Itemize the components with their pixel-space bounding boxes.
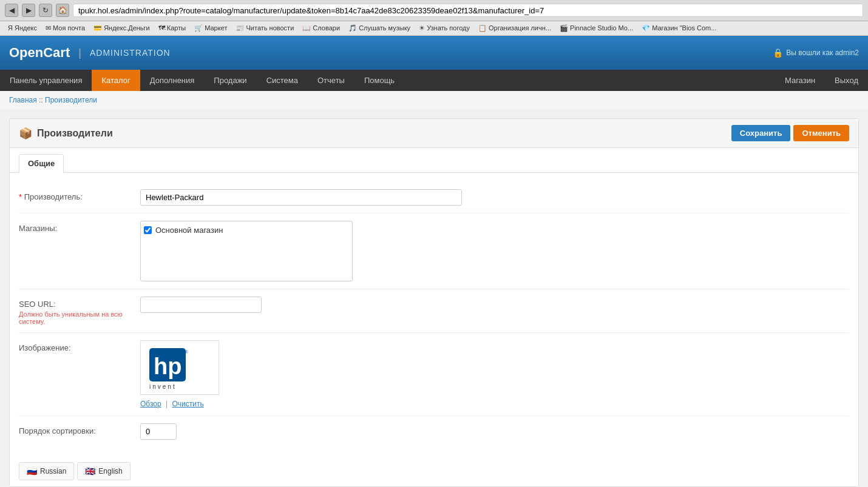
image-label: Изображение: xyxy=(19,340,140,352)
browser-chrome: ◀ ▶ ↻ 🏠 xyxy=(0,0,868,21)
app-logo: OpenCart | ADMINISTRATION xyxy=(9,45,171,61)
page-title: Производители xyxy=(37,128,113,139)
seo-row: SEO URL: Должно быть уникальным на всю с… xyxy=(19,289,849,333)
panel-title: 📦 Производители xyxy=(19,127,113,140)
sort-control xyxy=(140,423,849,440)
address-bar[interactable] xyxy=(73,4,863,17)
browse-button[interactable]: Обзор xyxy=(140,400,161,408)
english-flag: 🇬🇧 xyxy=(85,466,95,476)
back-button[interactable]: ◀ xyxy=(5,4,18,17)
store-item: Основной магазин xyxy=(144,224,349,236)
cancel-button[interactable]: Отменить xyxy=(793,125,849,141)
store-checkbox[interactable] xyxy=(144,226,152,234)
panel-actions: Сохранить Отменить xyxy=(731,125,849,141)
tab-general[interactable]: Общие xyxy=(19,154,64,173)
seo-control xyxy=(140,297,849,313)
nav-sales[interactable]: Продажи xyxy=(204,70,256,91)
stores-box[interactable]: Основной магазин xyxy=(140,221,353,281)
nav-logout[interactable]: Выход xyxy=(825,70,868,91)
page-content: 📦 Производители Сохранить Отменить Общие… xyxy=(0,109,868,487)
nav-right: Магазин Выход xyxy=(775,70,868,91)
image-row: Изображение: hp ® xyxy=(19,333,849,416)
lock-icon: 🔒 xyxy=(773,48,783,58)
image-container: hp ® invent Обзор | Очистить xyxy=(140,340,849,408)
forward-button[interactable]: ▶ xyxy=(22,4,35,17)
bookmark-news[interactable]: 📰 Читать новости xyxy=(232,23,297,33)
nav-system[interactable]: Система xyxy=(257,70,308,91)
bookmark-bios[interactable]: 💎 Магазин "Bios Com... xyxy=(639,23,719,33)
russian-flag: 🇷🇺 xyxy=(27,466,37,476)
svg-text:hp: hp xyxy=(154,354,181,379)
app-header: OpenCart | ADMINISTRATION 🔒 Вы вошли как… xyxy=(0,36,868,70)
nav-extensions[interactable]: Дополнения xyxy=(140,70,205,91)
bookmark-music[interactable]: 🎵 Слушать музыку xyxy=(345,23,413,33)
lang-tab-russian[interactable]: 🇷🇺 Russian xyxy=(19,462,74,480)
sort-row: Порядок сортировки: xyxy=(19,416,849,447)
image-control: hp ® invent Обзор | Очистить xyxy=(140,340,849,408)
nav-store[interactable]: Магазин xyxy=(775,70,825,91)
bookmark-org[interactable]: 📋 Организация личн... xyxy=(475,23,554,33)
stores-control: Основной магазин xyxy=(140,221,849,281)
manufacturer-control xyxy=(140,189,849,206)
seo-input[interactable] xyxy=(140,297,262,313)
seo-label: SEO URL: Должно быть уникальным на всю с… xyxy=(19,297,140,325)
bookmark-maps[interactable]: 🗺 Карты xyxy=(155,23,189,33)
stores-label: Магазины: xyxy=(19,221,140,233)
nav-reports[interactable]: Отчеты xyxy=(308,70,354,91)
breadcrumb-manufacturers[interactable]: Производители xyxy=(45,96,97,104)
store-label: Основной магазин xyxy=(155,226,223,235)
svg-text:®: ® xyxy=(185,349,188,355)
header-right: 🔒 Вы вошли как admin2 xyxy=(773,48,859,58)
nav-catalog[interactable]: Каталог xyxy=(92,70,140,91)
bookmark-mail[interactable]: ✉ Моя почта xyxy=(42,23,88,33)
bookmark-dict[interactable]: 📖 Словари xyxy=(299,23,343,33)
bookmark-yandex[interactable]: Я Яндекс xyxy=(5,23,40,33)
breadcrumb-home[interactable]: Главная xyxy=(9,96,37,104)
bookmark-money[interactable]: 💳 Яндекс.Деньги xyxy=(90,23,153,33)
russian-label: Russian xyxy=(40,467,66,475)
user-info: Вы вошли как admin2 xyxy=(786,49,859,57)
sort-input[interactable] xyxy=(140,423,177,440)
bookmark-market[interactable]: 🛒 Маркет xyxy=(191,23,230,33)
main-panel: 📦 Производители Сохранить Отменить Общие… xyxy=(9,118,859,487)
stores-row: Магазины: Основной магазин xyxy=(19,213,849,289)
breadcrumb-sep: :: xyxy=(39,96,45,104)
breadcrumb: Главная :: Производители xyxy=(0,91,868,109)
save-button[interactable]: Сохранить xyxy=(731,125,791,141)
form-body: Производитель: Магазины: Основной магази… xyxy=(10,173,858,456)
admin-label: ADMINISTRATION xyxy=(90,48,171,58)
lang-tab-english[interactable]: 🇬🇧 English xyxy=(77,462,130,480)
manufacturer-label: Производитель: xyxy=(19,189,140,201)
main-nav: Панель управления Каталог Дополнения Про… xyxy=(0,70,868,91)
logo-text: OpenCart xyxy=(9,45,70,61)
lang-tabs: 🇷🇺 Russian 🇬🇧 English xyxy=(10,456,858,486)
bookmark-pinnacle[interactable]: 🎬 Pinnacle Studio Мо... xyxy=(557,23,636,33)
clear-button[interactable]: Очистить xyxy=(172,400,203,408)
panel-icon: 📦 xyxy=(19,127,32,140)
svg-text:invent: invent xyxy=(149,383,177,390)
nav-help[interactable]: Помощь xyxy=(354,70,404,91)
image-actions: Обзор | Очистить xyxy=(140,400,204,408)
bookmarks-bar: Я Яндекс ✉ Моя почта 💳 Яндекс.Деньги 🗺 К… xyxy=(0,21,868,36)
hp-logo-image[interactable]: hp ® invent xyxy=(140,340,219,395)
panel-heading: 📦 Производители Сохранить Отменить xyxy=(10,119,858,148)
nav-dashboard[interactable]: Панель управления xyxy=(0,70,92,91)
logo-divider: | xyxy=(78,47,81,59)
home-button[interactable]: 🏠 xyxy=(56,4,69,17)
reload-button[interactable]: ↻ xyxy=(39,4,52,17)
seo-help: Должно быть уникальным на всю систему. xyxy=(19,311,140,325)
tabs: Общие xyxy=(10,148,858,173)
manufacturer-input[interactable] xyxy=(140,189,462,206)
manufacturer-row: Производитель: xyxy=(19,182,849,213)
bookmark-weather[interactable]: ☀ Узнать погоду xyxy=(416,23,473,33)
image-sep: | xyxy=(166,400,168,408)
sort-label: Порядок сортировки: xyxy=(19,423,140,435)
hp-logo-svg: hp ® invent xyxy=(146,345,213,391)
english-label: English xyxy=(98,467,122,475)
